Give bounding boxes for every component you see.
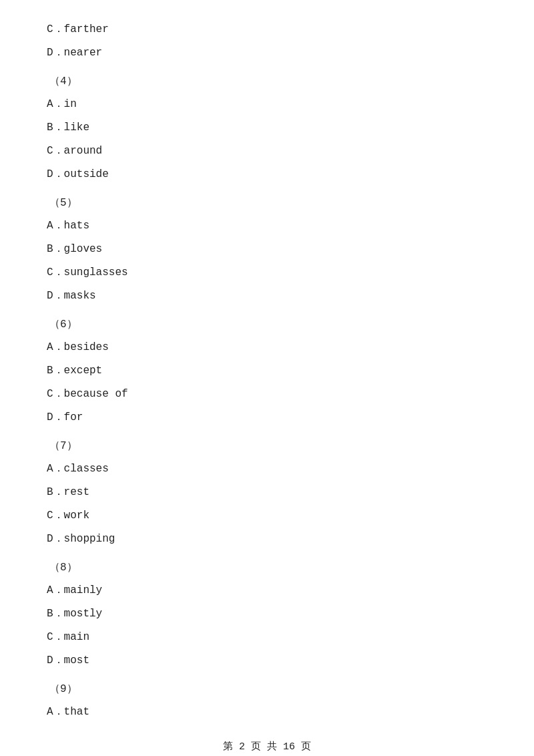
list-item-b-like: B．like xyxy=(47,118,487,138)
page-footer: 第 2 页 共 16 页 xyxy=(0,740,534,753)
list-item-d-masks: D．masks xyxy=(47,287,487,306)
list-item-c-work: C．work xyxy=(47,506,487,526)
list-item-b-mostly: B．mostly xyxy=(47,604,487,624)
list-item-d-for: D．for xyxy=(47,408,487,427)
list-item-a-mainly: A．mainly xyxy=(47,581,487,600)
list-item-b-rest: B．rest xyxy=(47,483,487,502)
list-item-q8: （8） xyxy=(47,558,487,578)
list-item-c-around: C．around xyxy=(47,142,487,161)
list-item-a-that: A．that xyxy=(47,703,487,722)
list-item-c-main: C．main xyxy=(47,628,487,647)
list-item-q5: （5） xyxy=(47,194,487,213)
list-item-c-sunglasses: C．sunglasses xyxy=(47,263,487,282)
list-item-d-most: D．most xyxy=(47,651,487,671)
list-item-q6: （6） xyxy=(47,315,487,335)
footer-text: 第 2 页 共 16 页 xyxy=(223,741,311,753)
list-item-c-farther: C．farther xyxy=(47,20,487,39)
list-item-b-gloves: B．gloves xyxy=(47,240,487,259)
list-item-a-hats: A．hats xyxy=(47,216,487,236)
main-content: C．fartherD．nearer（4）A．inB．likeC．aroundD．… xyxy=(0,0,534,756)
list-item-q9: （9） xyxy=(47,680,487,699)
list-item-d-nearer: D．nearer xyxy=(47,43,487,63)
list-item-q7: （7） xyxy=(47,437,487,456)
list-item-a-besides: A．besides xyxy=(47,338,487,357)
list-item-a-classes: A．classes xyxy=(47,459,487,479)
list-item-a-in: A．in xyxy=(47,95,487,114)
list-item-b-except: B．except xyxy=(47,361,487,381)
list-item-d-shopping: D．shopping xyxy=(47,530,487,549)
list-item-q4: （4） xyxy=(47,72,487,91)
list-item-d-outside: D．outside xyxy=(47,165,487,184)
list-item-c-because-of: C．because of xyxy=(47,385,487,404)
